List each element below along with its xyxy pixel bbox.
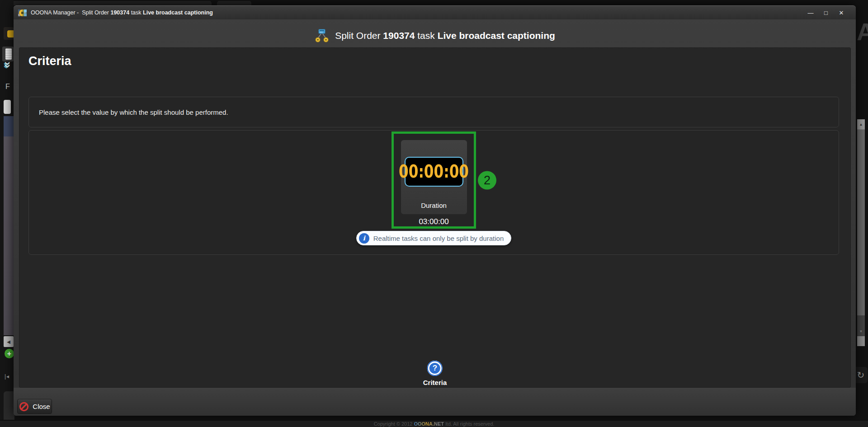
instruction-box: Please select the value by which the spl… — [28, 97, 839, 127]
selection-count-badge: 2 — [478, 171, 496, 189]
duration-tooltip: i Realtime tasks can only be split by du… — [356, 231, 511, 245]
info-icon: i — [359, 233, 369, 244]
scrollbar-track[interactable] — [857, 315, 865, 326]
scroll-up-icon[interactable]: ▲ — [857, 119, 865, 129]
digital-clock-icon: 00:00:00 — [405, 157, 463, 187]
titlebar[interactable]: OOONA Manager - Split Order 190374 task … — [14, 6, 856, 19]
split-task-icon — [314, 28, 330, 43]
scroll-down-icon[interactable]: ▼ — [857, 326, 865, 336]
criteria-heading: Criteria — [28, 54, 71, 68]
ooona-logo-icon — [18, 9, 27, 17]
close-button-label: Close — [33, 403, 50, 410]
skip-start-icon[interactable]: |◂ — [5, 373, 9, 380]
dialog-header: Split Order 190374 task Live broadcast c… — [14, 24, 856, 47]
duration-value: 03:00:00 — [419, 217, 448, 226]
duration-label: Duration — [421, 202, 447, 209]
sidebar-fragment — [4, 100, 11, 114]
clock-display: 00:00:00 — [399, 162, 469, 182]
scrollbar-end[interactable] — [857, 336, 865, 346]
brand-name: OOONA.NET — [414, 421, 444, 427]
plus-icon[interactable]: + — [5, 349, 14, 358]
duration-card[interactable]: 00:00:00 Duration — [401, 140, 467, 214]
lock-icon — [4, 27, 14, 40]
close-window-icon[interactable]: ✕ — [835, 8, 848, 18]
maximize-icon[interactable]: □ — [820, 8, 832, 18]
criteria-panel: Criteria Please select the value by whic… — [19, 47, 851, 388]
collapse-left-icon[interactable]: ◀ — [4, 336, 14, 347]
double-chevron-icon: » — [0, 61, 14, 73]
minimize-icon[interactable]: — — [804, 8, 817, 18]
background-left-sidebar: » F ◀ + |◂ — [0, 0, 14, 427]
wizard-step-criteria[interactable]: ? Criteria — [423, 361, 447, 386]
calculator-icon — [2, 47, 14, 61]
window-title: OOONA Manager - Split Order 190374 task … — [31, 9, 213, 16]
calculator-screen — [5, 48, 12, 60]
sidebar-fragment — [4, 136, 14, 335]
refresh-icon[interactable]: ↻ — [854, 367, 868, 383]
background-tab — [217, 1, 251, 5]
split-options-box: 00:00:00 Duration 03:00:00 2 i Realtime … — [28, 130, 839, 255]
scrollbar-thumb[interactable] — [857, 129, 865, 315]
sidebar-fragment — [4, 116, 14, 136]
sidebar-letter: F — [5, 83, 10, 91]
dialog-footer-bar: Close — [14, 388, 856, 416]
duration-option[interactable]: 00:00:00 Duration 03:00:00 — [392, 131, 476, 229]
copyright-bar: Copyright © 2012 OOONA.NET ltd. All righ… — [0, 420, 868, 427]
duration-option-wrapper: 00:00:00 Duration 03:00:00 2 — [392, 131, 476, 229]
split-order-window: OOONA Manager - Split Order 190374 task … — [14, 5, 856, 416]
question-icon[interactable]: ? — [427, 361, 443, 376]
background-letter: A — [857, 18, 868, 46]
copyright-text: Copyright © 2012 OOONA.NET ltd. All righ… — [374, 421, 495, 427]
close-button[interactable]: Close — [17, 399, 52, 414]
wizard-step-label: Criteria — [423, 379, 447, 386]
dialog-title: Split Order 190374 task Live broadcast c… — [335, 30, 555, 41]
no-entry-icon — [19, 402, 29, 412]
tooltip-text: Realtime tasks can only be split by dura… — [373, 235, 504, 242]
background-tab — [6, 1, 212, 5]
instruction-text: Please select the value by which the spl… — [39, 108, 228, 116]
background-scrollbar[interactable]: ▲ ▼ — [857, 119, 865, 346]
